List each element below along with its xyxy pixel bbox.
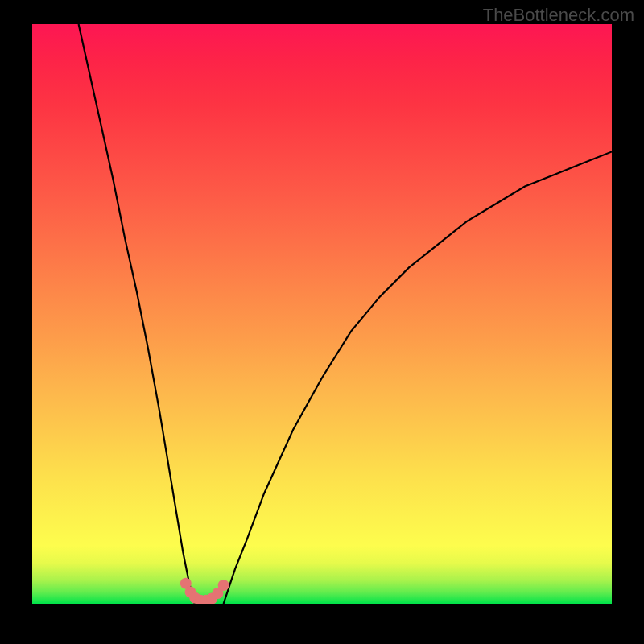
- bottom-markers: [180, 578, 229, 604]
- chart-container: TheBottleneck.com: [0, 0, 644, 644]
- watermark-text: TheBottleneck.com: [483, 5, 634, 26]
- right-branch-curve: [224, 151, 612, 604]
- left-branch-curve: [79, 24, 195, 604]
- plot-area: [32, 24, 612, 604]
- marker-point: [218, 580, 229, 591]
- curves-svg: [32, 24, 612, 604]
